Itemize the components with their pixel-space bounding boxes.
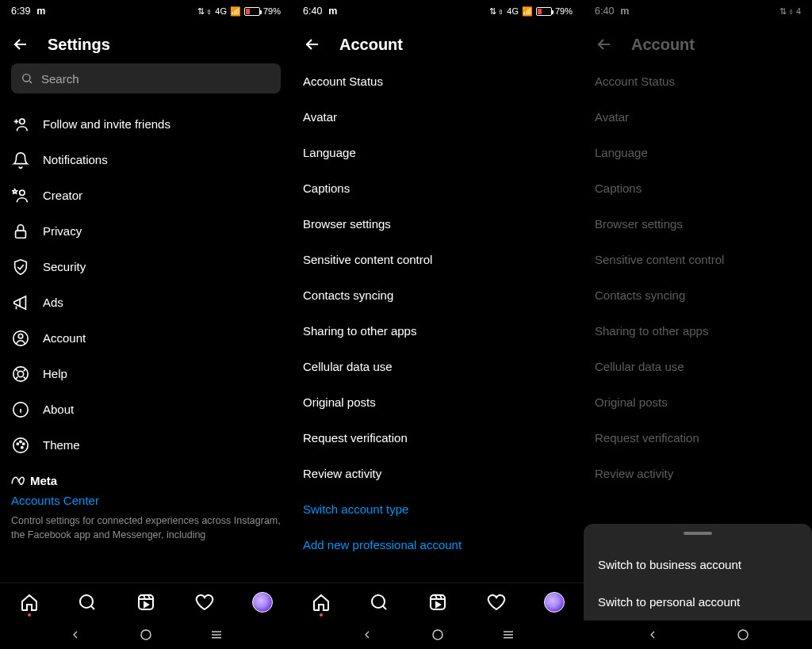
- header: Account: [292, 22, 584, 63]
- sys-home[interactable]: [428, 625, 447, 644]
- settings-label: Security: [43, 260, 86, 273]
- system-nav: [0, 620, 292, 649]
- account-verification[interactable]: Request verification: [303, 420, 573, 456]
- account-status[interactable]: Account Status: [595, 63, 801, 99]
- svg-point-11: [20, 441, 21, 442]
- sys-recents[interactable]: [207, 625, 226, 644]
- settings-label: Help: [43, 367, 67, 380]
- status-bar: 6:39 m ⇅ ⩇ 4G 📶 79%: [0, 0, 292, 22]
- switch-business-account[interactable]: Switch to business account: [584, 546, 812, 583]
- svg-point-12: [23, 443, 25, 445]
- settings-label: Follow and invite friends: [43, 117, 170, 131]
- account-sensitive[interactable]: Sensitive content control: [595, 242, 801, 277]
- account-status[interactable]: Account Status: [303, 63, 573, 99]
- svg-point-7: [17, 371, 23, 376]
- settings-item-notifications[interactable]: Notifications: [11, 142, 281, 178]
- network-label: 4G: [215, 6, 227, 16]
- account-browser[interactable]: Browser settings: [595, 206, 801, 242]
- account-avatar[interactable]: Avatar: [595, 99, 801, 135]
- page-title: Account: [631, 36, 695, 54]
- account-language[interactable]: Language: [595, 135, 801, 170]
- account-browser[interactable]: Browser settings: [303, 206, 573, 242]
- settings-item-theme[interactable]: Theme: [11, 427, 281, 463]
- sys-back[interactable]: [66, 625, 85, 644]
- account-original-posts[interactable]: Original posts: [595, 384, 801, 420]
- add-professional-account[interactable]: Add new professional account: [303, 527, 573, 563]
- settings-label: Theme: [43, 438, 80, 452]
- sys-back[interactable]: [643, 625, 662, 644]
- circle-icon: [431, 628, 445, 642]
- account-avatar[interactable]: Avatar: [303, 99, 573, 135]
- phone-screen-account: 6:40 m ⇅ ⩇ 4G 📶 79% Account Account Stat…: [292, 0, 584, 649]
- wifi-icon: ⇅ ⩇ 4: [779, 6, 801, 17]
- sys-home[interactable]: [136, 625, 155, 644]
- accounts-center-link[interactable]: Accounts Center: [11, 494, 281, 507]
- nav-reels[interactable]: [135, 591, 157, 613]
- network-label: 4G: [507, 6, 519, 16]
- reels-icon: [136, 593, 155, 612]
- user-circle-icon: [11, 330, 30, 347]
- nav-search[interactable]: [76, 591, 98, 613]
- account-original-posts[interactable]: Original posts: [303, 384, 573, 420]
- nav-reels[interactable]: [427, 591, 449, 613]
- nav-activity[interactable]: [485, 591, 508, 613]
- status-bar: 6:40 m ⇅ ⩇ 4: [584, 0, 812, 22]
- account-sharing[interactable]: Sharing to other apps: [303, 313, 573, 349]
- switch-personal-account[interactable]: Switch to personal account: [584, 583, 812, 620]
- sys-home[interactable]: [733, 625, 753, 644]
- account-review[interactable]: Review activity: [303, 456, 573, 491]
- account-contacts[interactable]: Contacts syncing: [595, 277, 801, 313]
- back-arrow-icon[interactable]: [303, 35, 322, 54]
- nav-profile[interactable]: [251, 591, 274, 613]
- reels-icon: [428, 593, 447, 612]
- home-icon: [312, 593, 331, 612]
- switch-account-type[interactable]: Switch account type: [303, 491, 573, 527]
- nav-activity[interactable]: [193, 591, 216, 613]
- search-input[interactable]: [11, 63, 281, 94]
- account-captions[interactable]: Captions: [303, 170, 573, 206]
- settings-item-follow-invite[interactable]: Follow and invite friends: [11, 106, 281, 142]
- wifi-icon: ⇅ ⩇: [489, 6, 504, 17]
- account-review[interactable]: Review activity: [595, 456, 801, 491]
- account-cellular[interactable]: Cellular data use: [303, 349, 573, 384]
- meta-description: Control settings for connected experienc…: [11, 513, 281, 542]
- back-arrow-icon[interactable]: [595, 35, 614, 54]
- battery-icon: [536, 7, 552, 16]
- account-language[interactable]: Language: [303, 135, 573, 170]
- circle-icon: [736, 628, 750, 642]
- status-time: 6:40: [303, 6, 322, 17]
- battery-text: 79%: [263, 6, 281, 16]
- settings-item-creator[interactable]: Creator: [11, 178, 281, 213]
- home-icon: [20, 593, 39, 612]
- settings-item-account[interactable]: Account: [11, 320, 281, 356]
- account-captions[interactable]: Captions: [595, 170, 801, 206]
- back-arrow-icon[interactable]: [11, 35, 30, 54]
- settings-item-security[interactable]: Security: [11, 249, 281, 284]
- settings-item-privacy[interactable]: Privacy: [11, 213, 281, 249]
- account-sensitive[interactable]: Sensitive content control: [303, 242, 573, 277]
- nav-profile[interactable]: [543, 591, 565, 613]
- status-time: 6:39: [11, 6, 30, 17]
- account-cellular[interactable]: Cellular data use: [595, 349, 801, 384]
- sys-back[interactable]: [358, 625, 377, 644]
- nav-search[interactable]: [368, 591, 390, 613]
- heart-icon: [195, 593, 214, 612]
- sys-recents[interactable]: [499, 625, 518, 644]
- nav-home[interactable]: [310, 591, 332, 613]
- account-sharing[interactable]: Sharing to other apps: [595, 313, 801, 349]
- svg-point-19: [433, 630, 442, 639]
- page-title: Account: [339, 36, 403, 54]
- profile-avatar-icon: [544, 592, 565, 613]
- settings-item-about[interactable]: About: [11, 391, 281, 427]
- account-verification[interactable]: Request verification: [595, 420, 801, 456]
- status-bar: 6:40 m ⇅ ⩇ 4G 📶 79%: [292, 0, 584, 22]
- search-field[interactable]: [41, 72, 271, 86]
- notification-dot: [320, 613, 323, 617]
- sheet-handle[interactable]: [684, 532, 712, 535]
- bottom-nav: [292, 582, 584, 620]
- nav-home[interactable]: [18, 591, 40, 613]
- settings-item-ads[interactable]: Ads: [11, 284, 281, 320]
- settings-item-help[interactable]: Help: [11, 356, 281, 391]
- header: Settings: [0, 22, 292, 63]
- account-contacts[interactable]: Contacts syncing: [303, 277, 573, 313]
